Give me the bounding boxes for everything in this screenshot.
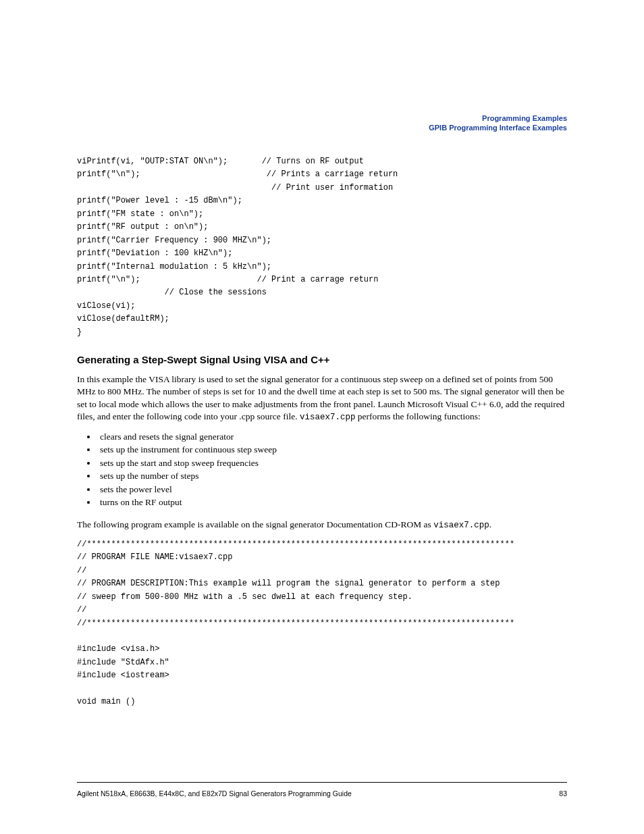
footer-guide-title: Agilent N518xA, E8663B, E44x8C, and E82x… xyxy=(77,789,352,798)
paragraph-text-end: . xyxy=(489,519,491,529)
list-item: sets the power level xyxy=(97,483,567,496)
code-block-top: viPrintf(vi, "OUTP:STAT ON\n"); // Turns… xyxy=(77,155,567,339)
cdrom-paragraph: The following program example is availab… xyxy=(77,519,567,531)
section-heading: Generating a Step-Swept Signal Using VIS… xyxy=(77,354,567,365)
header-title: Programming Examples xyxy=(429,113,567,123)
intro-paragraph: In this example the VISA library is used… xyxy=(77,373,567,423)
inline-code: visaex7.cpp xyxy=(433,521,489,530)
footer-page-number: 83 xyxy=(559,789,567,798)
page-container: Programming Examples GPIB Programming In… xyxy=(0,0,644,834)
header-subtitle: GPIB Programming Interface Examples xyxy=(429,123,567,132)
list-item: sets up the start and stop sweep frequen… xyxy=(97,457,567,470)
list-item: clears and resets the signal generator xyxy=(97,430,567,444)
list-item: turns on the RF output xyxy=(97,496,567,509)
page-footer: Agilent N518xA, E8663B, E44x8C, and E82x… xyxy=(77,782,567,798)
paragraph-text-end: performs the following functions: xyxy=(355,411,480,421)
code-block-bottom: //**************************************… xyxy=(77,538,567,709)
list-item: sets up the instrument for continuous st… xyxy=(97,443,567,457)
page-header: Programming Examples GPIB Programming In… xyxy=(429,113,567,133)
list-item: sets up the number of steps xyxy=(97,469,567,483)
paragraph-text: The following program example is availab… xyxy=(77,519,433,529)
inline-code: visaex7.cpp xyxy=(300,413,356,422)
function-list: clears and resets the signal generator s… xyxy=(77,430,567,509)
